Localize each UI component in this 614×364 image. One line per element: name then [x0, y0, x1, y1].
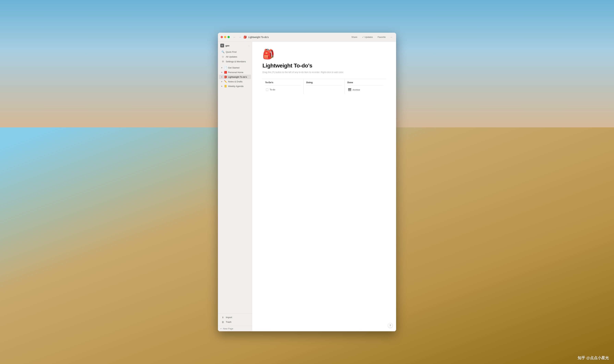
sidebar-item-label: Trash [226, 321, 231, 323]
page-title-bar: Lightweight To-do's [248, 36, 349, 39]
pencil-icon: ✏️ [224, 80, 227, 83]
backpack-icon: 🎒 [224, 76, 227, 78]
archive-icon [348, 88, 351, 91]
todo-label: To-do [270, 88, 275, 91]
sidebar-item-label: Personal Home [228, 71, 243, 74]
page-icon: 📄 [224, 66, 227, 69]
column-done-header: Done [347, 81, 383, 85]
forward-button[interactable]: → [238, 35, 242, 39]
updates-label: Updates [365, 36, 373, 38]
sidebar-item-label: Lightweight To-do's [228, 76, 247, 78]
sidebar-item-trash[interactable]: 🗑 Trash [219, 320, 251, 324]
traffic-lights [221, 36, 230, 38]
sidebar-item-label: Notes & Drafts [228, 80, 243, 83]
sidebar-bottom: ⬇ Import 🗑 Trash [218, 313, 252, 326]
sidebar-item-all-updates[interactable]: ⊙ All Updates [219, 54, 251, 59]
plus-icon: + [220, 327, 222, 330]
chevron-right-icon: ▶ [221, 81, 223, 82]
sidebar: G gao ⌄ 🔍 Quick Find ⊙ All Updates ⚙ Set… [218, 42, 252, 331]
chevron-down-icon: ⌄ [248, 45, 250, 47]
page-emoji: 🎒 [262, 49, 386, 60]
sidebar-item-quick-find[interactable]: 🔍 Quick Find [219, 50, 251, 54]
trash-icon: 🗑 [221, 321, 225, 324]
new-page-button[interactable]: + New Page [218, 326, 252, 331]
import-icon: ⬇ [221, 316, 225, 319]
chevron-right-icon: ▶ [221, 67, 223, 68]
more-options-button[interactable]: ··· [389, 35, 393, 39]
column-done: Done Archive [345, 79, 386, 94]
sidebar-item-lightweight-todos[interactable]: ▶ 🎒 Lightweight To-do's [219, 75, 251, 79]
app-window: ← → 🎒 Lightweight To-do's Share ✓ Update… [218, 33, 396, 331]
sidebar-item-label: Weekly Agenda [228, 85, 243, 88]
archive-label: Archive [353, 89, 360, 91]
page-title: Lightweight To-do's [262, 63, 386, 69]
help-button[interactable]: ? [388, 323, 393, 328]
chevron-right-icon: ▶ [221, 76, 223, 78]
notebook-icon: 📒 [224, 85, 227, 88]
close-button[interactable] [221, 36, 223, 38]
sidebar-item-settings[interactable]: ⚙ Settings & Members [219, 59, 251, 64]
sidebar-item-get-started[interactable]: ▶ 📄 Get Started [219, 65, 251, 70]
done-card-archive[interactable]: Archive [347, 87, 383, 92]
minimize-button[interactable] [224, 36, 226, 38]
column-todos-header: To-Do's [265, 81, 301, 85]
watermark: 知乎 @点点小星光 [578, 355, 609, 361]
todo-checkbox[interactable] [266, 89, 268, 91]
back-button[interactable]: ← [232, 35, 237, 39]
sidebar-item-notes-drafts[interactable]: ▶ ✏️ Notes & Drafts [219, 79, 251, 84]
sidebar-item-label: Quick Find [226, 51, 236, 53]
column-todos: To-Do's To-do [262, 79, 304, 94]
chevron-right-icon: ▶ [221, 71, 223, 73]
main-content: 🎒 Lightweight To-do's Drag the (⠿) butto… [252, 42, 396, 331]
sidebar-item-label: Get Started [228, 66, 239, 69]
favorite-button[interactable]: Favorite [376, 35, 387, 39]
sidebar-item-import[interactable]: ⬇ Import [219, 315, 251, 320]
titlebar-actions: Share ✓ Updates Favorite ··· [350, 35, 393, 39]
page-body: 🎒 Lightweight To-do's Drag the (⠿) butto… [252, 42, 396, 101]
share-button[interactable]: Share [350, 35, 358, 39]
kanban-board: To-Do's To-do Doing Done [262, 79, 386, 94]
sidebar-item-weekly-agenda[interactable]: ▶ 📒 Weekly Agenda [219, 84, 251, 88]
settings-icon: ⚙ [221, 60, 225, 63]
column-doing-header: Doing [306, 81, 342, 85]
sidebar-user[interactable]: G gao ⌄ [218, 42, 252, 50]
sidebar-pages-section: ▶ 📄 Get Started ▶ 🟥 Personal Home ▶ 🎒 Li… [218, 65, 252, 89]
user-name: gao [226, 44, 247, 47]
sidebar-item-label: Settings & Members [226, 60, 246, 63]
page-hint: Drag the (⠿) button to the left of any t… [262, 71, 386, 73]
home-icon: 🟥 [224, 71, 227, 74]
chevron-right-icon: ▶ [221, 85, 223, 87]
titlebar: ← → 🎒 Lightweight To-do's Share ✓ Update… [218, 33, 396, 42]
new-page-label: New Page [223, 327, 233, 330]
sidebar-item-label: Import [226, 316, 232, 319]
column-doing: Doing [304, 79, 345, 94]
search-icon: 🔍 [221, 51, 225, 53]
updates-check-icon: ✓ [362, 36, 364, 38]
sidebar-item-label: All Updates [226, 55, 237, 58]
app-body: G gao ⌄ 🔍 Quick Find ⊙ All Updates ⚙ Set… [218, 42, 396, 331]
todo-card-todo[interactable]: To-do [265, 87, 301, 92]
avatar: G [220, 44, 224, 47]
sidebar-item-personal-home[interactable]: ▶ 🟥 Personal Home [219, 70, 251, 75]
page-icon: 🎒 [243, 35, 247, 39]
updates-button[interactable]: ✓ Updates [361, 35, 374, 39]
updates-icon: ⊙ [221, 55, 225, 58]
maximize-button[interactable] [227, 36, 230, 38]
